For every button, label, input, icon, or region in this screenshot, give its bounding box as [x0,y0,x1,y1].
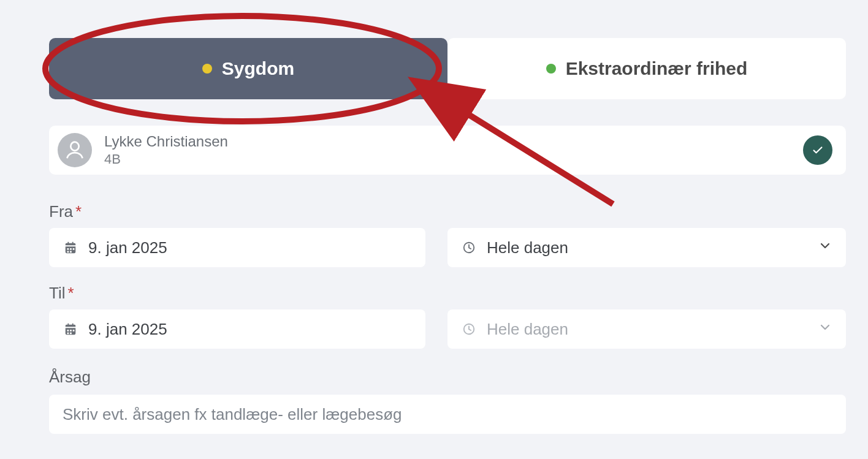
from-date-value: 9. jan 2025 [88,238,412,257]
reason-field-wrapper [49,395,846,434]
tab-illness-label: Sygdom [222,58,294,79]
required-mark: * [75,202,82,221]
from-label: Fra* [49,202,82,221]
reason-label: Årsag [49,368,91,387]
status-dot-icon [546,64,556,74]
calendar-icon [63,322,78,336]
calendar-icon [63,241,78,254]
to-time-value: Hele dagen [487,320,818,339]
reason-input[interactable] [63,405,832,424]
to-label: Til* [49,284,74,303]
person-icon [63,138,87,162]
status-dot-icon [202,64,212,74]
chevron-down-icon [818,320,832,339]
chevron-down-icon [818,238,832,257]
clock-icon [461,322,477,336]
tab-illness[interactable]: Sygdom [49,38,447,99]
tab-extra-label: Ekstraordinær frihed [566,58,748,79]
from-time-value: Hele dagen [487,238,818,257]
child-name: Lykke Christiansen [104,133,228,150]
from-time-select[interactable]: Hele dagen [447,228,846,267]
to-date-value: 9. jan 2025 [88,320,412,339]
to-date-picker[interactable]: 9. jan 2025 [49,309,425,349]
child-class: 4B [104,151,228,167]
form-container: Sygdom Ekstraordinær frihed Lykke Christ… [0,0,868,459]
from-date-picker[interactable]: 9. jan 2025 [49,228,425,267]
child-selector-row[interactable]: Lykke Christiansen 4B [49,126,846,175]
absence-type-tabs: Sygdom Ekstraordinær frihed [49,38,846,99]
tab-extraordinary-leave[interactable]: Ekstraordinær frihed [447,38,846,99]
required-mark: * [67,284,74,302]
to-time-select[interactable]: Hele dagen [447,309,846,349]
child-info: Lykke Christiansen 4B [104,133,228,167]
selected-badge [803,135,832,165]
avatar [58,133,92,167]
clock-icon [461,241,477,254]
check-icon [811,143,824,157]
